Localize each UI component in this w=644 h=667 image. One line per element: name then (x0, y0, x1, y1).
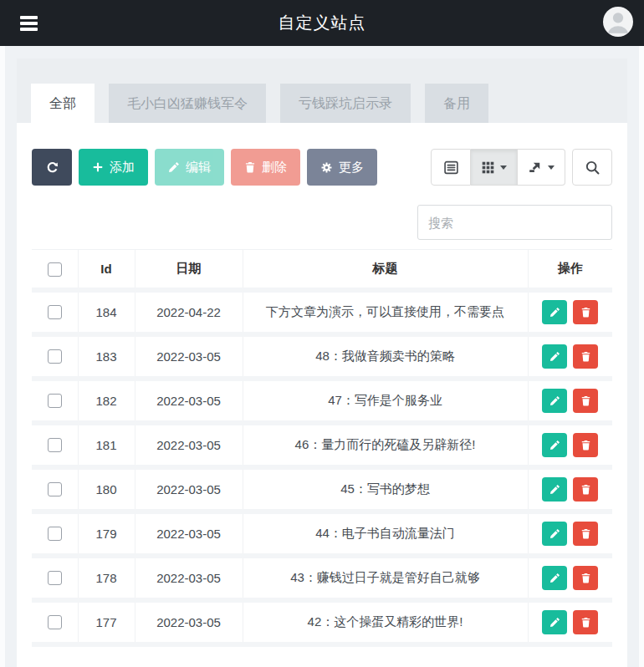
row-id: 183 (78, 334, 135, 379)
trash-icon (580, 484, 591, 495)
search-icon (585, 160, 601, 176)
select-all-checkbox[interactable] (48, 262, 62, 277)
trash-icon (580, 573, 591, 583)
trash-icon (580, 351, 591, 362)
tab-backup[interactable]: 备用 (425, 84, 488, 123)
more-button-label: 更多 (339, 160, 364, 176)
table-row: 183 2022-03-05 48：我做音频卖书的策略 (32, 334, 612, 379)
row-title: 48：我做音频卖书的策略 (243, 334, 528, 379)
row-date: 2022-03-05 (135, 556, 243, 600)
gear-icon (320, 161, 333, 174)
row-title: 44：电子书自动流量法门 (243, 512, 528, 556)
export-dropdown-button[interactable] (518, 149, 565, 186)
pencil-icon (549, 573, 560, 583)
row-id: 184 (78, 290, 135, 334)
table-row: 180 2022-03-05 45：写书的梦想 (32, 467, 612, 512)
row-delete-button[interactable] (573, 566, 598, 590)
pencil-icon (549, 395, 560, 406)
table-row: 179 2022-03-05 44：电子书自动流量法门 (32, 512, 612, 556)
row-title: 42：这个操蛋又精彩的世界! (243, 600, 528, 644)
card-view-icon (443, 160, 459, 176)
row-edit-button[interactable] (542, 522, 567, 546)
toolbar-left: 添加 编辑 删除 (32, 149, 377, 186)
delete-button-label: 删除 (262, 160, 287, 176)
row-checkbox[interactable] (48, 349, 62, 364)
column-header-id: Id (78, 250, 135, 290)
search-input[interactable] (417, 205, 612, 240)
row-title: 43：赚钱过日子就是管好自己就够 (243, 556, 528, 600)
column-header-date: 日期 (135, 250, 243, 290)
row-checkbox[interactable] (48, 438, 62, 452)
row-id: 177 (78, 600, 135, 644)
row-id: 178 (78, 556, 135, 600)
search-row (32, 205, 612, 240)
add-button[interactable]: 添加 (79, 149, 148, 186)
top-navbar: 自定义站点 (0, 0, 644, 46)
grid-columns-icon (481, 160, 495, 175)
search-toggle-button[interactable] (572, 149, 612, 186)
row-id: 181 (78, 423, 135, 467)
tab-all[interactable]: 全部 (31, 84, 95, 123)
table-row: 178 2022-03-05 43：赚钱过日子就是管好自己就够 (32, 556, 612, 600)
row-delete-button[interactable] (573, 477, 598, 502)
row-date: 2022-03-05 (135, 512, 243, 556)
tab-category-2[interactable]: 亏钱踩坑启示录 (280, 84, 411, 123)
row-id: 179 (78, 512, 135, 556)
table-row: 182 2022-03-05 47：写作是个服务业 (32, 379, 612, 423)
row-checkbox[interactable] (48, 305, 62, 319)
column-header-title: 标题 (243, 250, 528, 290)
row-date: 2022-03-05 (135, 379, 243, 423)
pencil-icon (549, 307, 560, 318)
chevron-down-icon (548, 165, 555, 170)
row-edit-button[interactable] (542, 433, 567, 457)
columns-dropdown-button[interactable] (471, 149, 518, 186)
refresh-icon (45, 160, 59, 175)
row-date: 2022-03-05 (135, 334, 243, 379)
row-date: 2022-03-05 (135, 467, 243, 512)
row-checkbox[interactable] (48, 394, 62, 408)
row-title: 46：量力而行的死磕及另辟新径! (243, 423, 528, 467)
row-edit-button[interactable] (542, 566, 567, 590)
row-edit-button[interactable] (542, 389, 567, 413)
more-button[interactable]: 更多 (307, 149, 377, 186)
pencil-icon (549, 484, 560, 495)
row-checkbox[interactable] (48, 615, 62, 629)
refresh-button[interactable] (32, 149, 72, 186)
edit-button[interactable]: 编辑 (155, 149, 224, 186)
row-title: 下方文章为演示，可以直接使用，不需要点 (243, 290, 528, 334)
row-edit-button[interactable] (542, 344, 567, 369)
pencil-icon (168, 161, 180, 173)
edit-button-label: 编辑 (186, 160, 211, 176)
row-delete-button[interactable] (573, 522, 598, 546)
row-date: 2022-04-22 (135, 290, 243, 334)
tab-category-1[interactable]: 毛小白凶猛赚钱军令 (109, 84, 266, 123)
row-id: 180 (78, 467, 135, 512)
trash-icon (580, 528, 591, 539)
table-header-row: Id 日期 标题 操作 (32, 250, 612, 290)
row-edit-button[interactable] (542, 477, 567, 502)
card-view-button[interactable] (431, 149, 471, 186)
row-delete-button[interactable] (573, 300, 598, 324)
row-edit-button[interactable] (542, 300, 567, 324)
row-delete-button[interactable] (573, 610, 598, 634)
row-checkbox[interactable] (48, 482, 62, 496)
row-delete-button[interactable] (573, 433, 598, 457)
row-checkbox[interactable] (48, 527, 62, 541)
user-avatar[interactable] (603, 7, 633, 37)
export-icon (528, 160, 543, 175)
delete-button[interactable]: 删除 (231, 149, 300, 186)
table-row: 181 2022-03-05 46：量力而行的死磕及另辟新径! (32, 423, 612, 467)
toolbar: 添加 编辑 删除 (32, 149, 612, 186)
row-edit-button[interactable] (542, 610, 567, 634)
panel-body: 添加 编辑 删除 (17, 123, 627, 667)
data-table: Id 日期 标题 操作 184 2022-04-22 下方文章为演示，可以直接使… (32, 249, 612, 647)
row-checkbox[interactable] (48, 571, 62, 585)
pencil-icon (549, 617, 560, 628)
row-delete-button[interactable] (573, 344, 598, 369)
trash-icon (244, 161, 256, 173)
column-header-actions: 操作 (528, 250, 612, 290)
menu-toggle-button[interactable] (12, 8, 45, 38)
trash-icon (580, 395, 591, 406)
tab-bar: 全部 毛小白凶猛赚钱军令 亏钱踩坑启示录 备用 (17, 59, 627, 123)
row-delete-button[interactable] (573, 389, 598, 413)
